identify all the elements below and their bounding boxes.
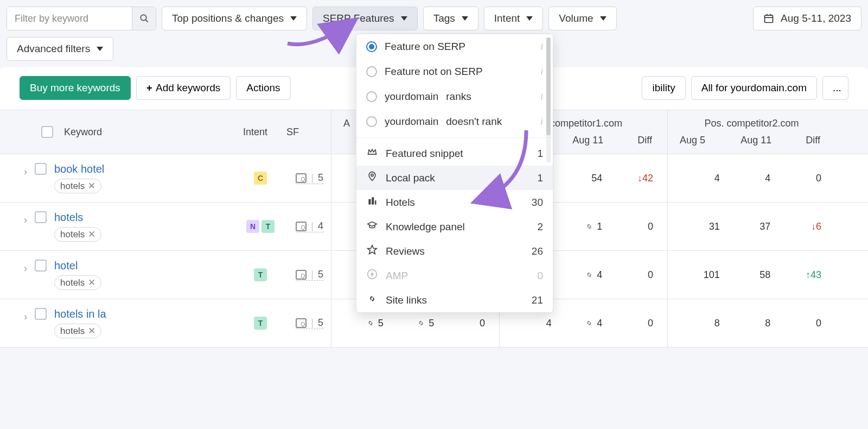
- sf-value[interactable]: |5: [296, 269, 323, 281]
- feature-count: 21: [532, 294, 543, 306]
- visibility-tab[interactable]: ibility: [642, 76, 685, 100]
- keyword-link[interactable]: hotels: [54, 211, 83, 223]
- actions-button[interactable]: Actions: [236, 76, 290, 100]
- advanced-filters-label: Advanced filters: [17, 43, 90, 55]
- keyword-filter-input[interactable]: [7, 7, 132, 30]
- sf-value[interactable]: |4: [296, 220, 323, 232]
- date-range-button[interactable]: Aug 5-11, 2023: [753, 7, 861, 30]
- tags-filter[interactable]: Tags: [423, 7, 478, 30]
- row-checkbox[interactable]: [35, 308, 47, 320]
- top-positions-filter[interactable]: Top positions & changes: [162, 7, 307, 30]
- remove-tag-icon[interactable]: ✕: [88, 277, 95, 288]
- cell-group-c2: 31376: [667, 203, 835, 250]
- cell-group-c2: 440: [667, 154, 835, 202]
- all-for-domain-button[interactable]: All for yourdomain.com: [691, 76, 817, 100]
- feature-label: Reviews: [386, 245, 425, 257]
- cell-keyword: ›hotelshotels✕: [0, 203, 239, 250]
- serp-filter-radio[interactable]: Feature on SERPi: [356, 34, 553, 59]
- radio-icon: [366, 91, 377, 102]
- add-keywords-button[interactable]: +Add keywords: [136, 76, 231, 100]
- keyword-tag[interactable]: hotels✕: [54, 227, 101, 242]
- remove-tag-icon[interactable]: ✕: [88, 229, 95, 240]
- more-options-button[interactable]: ...: [822, 76, 848, 100]
- pos-aug5: 31: [675, 221, 726, 232]
- remove-tag-icon[interactable]: ✕: [88, 180, 95, 192]
- keyword-link[interactable]: hotels in la: [54, 308, 106, 320]
- cell-group-c2: 1015843: [667, 251, 835, 299]
- chevron-down-icon: [97, 47, 103, 51]
- cell-sf: |5: [282, 154, 331, 202]
- serp-feature-option[interactable]: Knowledge panel2: [356, 214, 553, 239]
- volume-filter[interactable]: Volume: [548, 7, 616, 30]
- row-checkbox[interactable]: [35, 260, 47, 272]
- serp-feature-option[interactable]: Site links21: [356, 288, 553, 312]
- serp-features-filter[interactable]: SERP Features: [312, 7, 418, 30]
- cell-sf: |4: [282, 203, 331, 250]
- sf-value[interactable]: |5: [296, 317, 323, 329]
- tag-label: hotels: [60, 229, 85, 240]
- intent-filter[interactable]: Intent: [484, 7, 544, 30]
- row-checkbox[interactable]: [35, 163, 47, 175]
- pos-aug11: 58: [726, 269, 777, 281]
- expand-row-caret[interactable]: ›: [24, 166, 27, 178]
- serp-feature-option[interactable]: AMP0: [356, 263, 553, 288]
- cell-keyword: ›book hotelhotels✕: [0, 154, 239, 202]
- chevron-down-icon: [526, 16, 533, 21]
- keyword-tag[interactable]: hotels✕: [54, 324, 101, 338]
- expand-row-caret[interactable]: ›: [24, 311, 27, 323]
- pos-aug5: 5: [339, 318, 390, 329]
- info-icon[interactable]: i: [541, 42, 543, 52]
- keyword-filter-wrap: [7, 7, 156, 30]
- feature-count: 2: [537, 221, 543, 233]
- pos-aug11: 8: [726, 318, 777, 329]
- pos-aug5: 8: [675, 318, 726, 329]
- serp-feature-option[interactable]: Local pack1: [356, 166, 553, 190]
- expand-row-caret[interactable]: ›: [24, 214, 27, 226]
- volume-label: Volume: [559, 12, 593, 24]
- feature-count: 26: [532, 245, 543, 257]
- feature-label: Site links: [386, 294, 427, 306]
- info-icon[interactable]: i: [541, 117, 543, 127]
- cell-intent: NT: [239, 203, 282, 250]
- keyword-tag[interactable]: hotels✕: [54, 179, 101, 193]
- scrollbar-thumb[interactable]: [546, 37, 551, 135]
- sf-value[interactable]: |5: [296, 172, 323, 184]
- expand-row-caret[interactable]: ›: [24, 263, 27, 274]
- chevron-down-icon: [401, 16, 407, 21]
- feature-label: Featured snippet: [386, 148, 463, 160]
- th-keyword: Keyword: [0, 110, 239, 154]
- sf-count: 5: [318, 172, 323, 184]
- serp-filter-radio[interactable]: yourdomainranksi: [356, 84, 553, 109]
- select-all-checkbox[interactable]: [41, 126, 53, 138]
- info-icon[interactable]: i: [541, 67, 543, 77]
- divider: [356, 137, 553, 138]
- serp-filter-radio[interactable]: Feature not on SERPi: [356, 59, 553, 84]
- pos-aug5: 4: [675, 173, 726, 184]
- buy-keywords-button[interactable]: Buy more keywords: [20, 76, 131, 100]
- radio-label: Feature on SERP: [385, 41, 465, 53]
- info-icon[interactable]: i: [541, 92, 543, 102]
- row-checkbox[interactable]: [35, 211, 47, 223]
- advanced-filters-button[interactable]: Advanced filters: [7, 37, 113, 61]
- serp-feature-option[interactable]: Featured snippet1: [356, 141, 553, 166]
- cell-sf: |5: [282, 299, 331, 347]
- sf-count: 5: [318, 317, 323, 329]
- crown-icon: [366, 147, 378, 160]
- top-positions-label: Top positions & changes: [172, 12, 284, 24]
- building-icon: [366, 195, 378, 209]
- serp-feature-option[interactable]: Reviews26: [356, 239, 553, 263]
- serp-filter-radio[interactable]: yourdomaindoesn't ranki: [356, 109, 553, 134]
- remove-tag-icon[interactable]: ✕: [88, 325, 95, 337]
- serp-feature-option[interactable]: Hotels30: [356, 190, 553, 214]
- radio-label: Feature not on SERP: [385, 66, 483, 78]
- th-sf: SF: [282, 110, 331, 154]
- keyword-link[interactable]: hotel: [54, 260, 78, 272]
- cell-intent: T: [239, 251, 282, 299]
- keyword-tag[interactable]: hotels✕: [54, 275, 101, 290]
- search-button[interactable]: [132, 7, 156, 30]
- th-comp2-label: Pos. competitor2.com: [678, 118, 826, 135]
- keyword-link[interactable]: book hotel: [54, 163, 104, 175]
- serp-snapshot-icon: [296, 270, 307, 280]
- svg-rect-8: [372, 197, 374, 204]
- tag-label: hotels: [60, 326, 85, 337]
